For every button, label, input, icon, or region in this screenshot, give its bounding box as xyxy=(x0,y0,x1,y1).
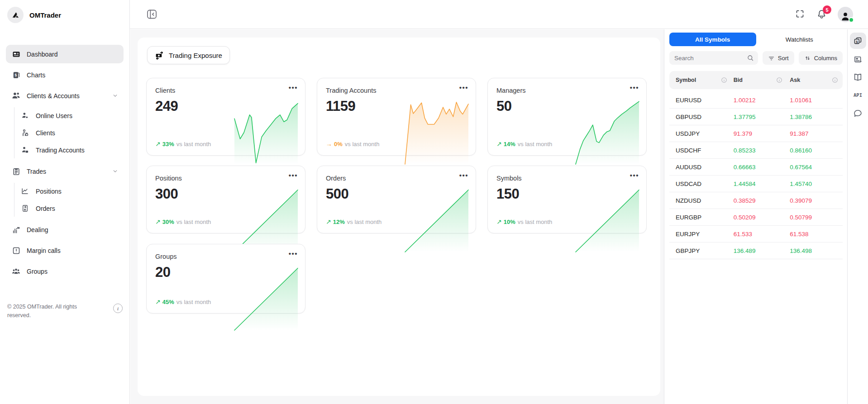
sidebar-item-orders[interactable]: Orders xyxy=(14,200,124,217)
sidebar-item-dealing[interactable]: Dealing xyxy=(6,220,124,239)
tab-watchlists[interactable]: Watchlists xyxy=(756,33,843,46)
book-panel-icon[interactable] xyxy=(850,69,866,85)
info-icon[interactable]: i xyxy=(113,304,123,313)
search-input[interactable] xyxy=(669,51,758,65)
info-icon[interactable] xyxy=(721,77,727,83)
card-trend: ↗45% vs last month xyxy=(155,298,211,305)
sidebar-item-label: Groups xyxy=(27,268,48,275)
card-value: 150 xyxy=(496,186,519,202)
sidebar-item-trading-accounts[interactable]: Trading Accounts xyxy=(14,142,124,158)
tab-all-symbols[interactable]: All Symbols xyxy=(669,33,756,46)
card-trend: ↗14% vs last month xyxy=(496,140,552,147)
card-menu-icon[interactable]: ••• xyxy=(287,170,300,181)
sidebar-item-margin-calls[interactable]: Margin calls xyxy=(6,241,124,260)
card-value: 249 xyxy=(155,98,178,114)
symbol-cell: GBPJPY xyxy=(669,247,734,254)
card-trend: ↗33% vs last month xyxy=(155,140,211,147)
columns-button[interactable]: Columns xyxy=(799,51,843,65)
table-row[interactable]: AUDUSD 0.66663 0.67564 xyxy=(669,159,843,176)
orders-icon xyxy=(20,204,30,213)
online-status-dot xyxy=(849,17,854,23)
sidebar-footer: © 2025 OMTrader. All rights reserved. i xyxy=(7,303,123,320)
positions-icon xyxy=(20,186,30,196)
dashboard-panel: Trading Exposure Clients ••• 249 ↗33% vs… xyxy=(138,38,660,396)
table-row[interactable]: USDCHF 0.85233 0.86160 xyxy=(669,142,843,159)
collapse-sidebar-button[interactable] xyxy=(146,8,158,20)
sidebar-item-positions[interactable]: Positions xyxy=(14,183,124,200)
sort-button[interactable]: Sort xyxy=(763,51,794,65)
symbols-panel-icon[interactable]: $ xyxy=(850,33,866,49)
trading-accounts-icon xyxy=(20,145,30,155)
stat-card-managers: Managers ••• 50 ↗14% vs last month xyxy=(487,78,647,156)
chevron-down-icon xyxy=(112,168,118,174)
card-menu-icon[interactable]: ••• xyxy=(628,82,641,93)
symbol-search xyxy=(669,51,758,65)
table-row[interactable]: EURJPY 61.533 61.538 xyxy=(669,226,843,242)
table-row[interactable]: EURUSD 1.00212 1.01061 xyxy=(669,92,843,109)
symbol-cell: USDCHF xyxy=(669,147,734,154)
column-symbol: Symbol xyxy=(676,77,696,83)
api-panel-icon[interactable]: API xyxy=(850,87,866,103)
online-users-icon xyxy=(20,111,30,120)
clients-accounts-icon xyxy=(11,91,21,100)
symbol-cell: USDCAD xyxy=(669,181,734,187)
svg-text:$: $ xyxy=(856,39,858,43)
trading-exposure-button[interactable]: Trading Exposure xyxy=(147,46,230,64)
bid-cell: 61.533 xyxy=(734,231,790,238)
margin-calls-icon xyxy=(11,246,21,255)
table-row[interactable]: GBPUSD 1.37795 1.38786 xyxy=(669,109,843,125)
ask-cell: 0.67564 xyxy=(790,164,843,171)
sidebar-item-online-users[interactable]: Online Users xyxy=(14,107,124,124)
card-title: Managers xyxy=(496,87,525,94)
card-menu-icon[interactable]: ••• xyxy=(458,170,470,181)
sidebar-item-clients[interactable]: Clients xyxy=(14,124,124,141)
chat-panel-icon[interactable] xyxy=(850,105,866,121)
news-panel-icon[interactable] xyxy=(850,51,866,67)
sidebar-item-label: Clients & Accounts xyxy=(27,92,80,100)
fullscreen-icon[interactable] xyxy=(794,9,805,20)
card-title: Orders xyxy=(326,175,346,182)
user-avatar[interactable] xyxy=(838,7,853,22)
card-menu-icon[interactable]: ••• xyxy=(628,170,641,181)
card-menu-icon[interactable]: ••• xyxy=(458,82,470,93)
sidebar-item-label: Dashboard xyxy=(27,51,58,58)
ask-cell: 91.387 xyxy=(790,130,843,137)
sidebar-item-groups[interactable]: Groups xyxy=(6,262,124,280)
stat-card-symbols: Symbols ••• 150 ↗10% vs last month xyxy=(487,166,647,233)
card-menu-icon[interactable]: ••• xyxy=(287,248,300,259)
table-row[interactable]: GBPJPY 136.489 136.498 xyxy=(669,242,843,259)
app-logo-icon xyxy=(7,7,24,23)
trend-up-icon: ↗ xyxy=(496,218,502,225)
stat-card-clients: Clients ••• 249 ↗33% vs last month xyxy=(146,78,305,156)
sidebar-item-charts[interactable]: $ Charts xyxy=(6,66,124,84)
money-transfer-icon xyxy=(155,51,164,60)
sidebar-item-clients-accounts[interactable]: Clients & Accounts xyxy=(6,86,124,105)
notifications-bell-icon[interactable]: 5 xyxy=(816,9,827,20)
table-row[interactable]: EURGBP 0.50209 0.50799 xyxy=(669,209,843,226)
clients-sparkline xyxy=(234,101,298,164)
table-row[interactable]: USDJPY 91.379 91.387 xyxy=(669,125,843,142)
ask-cell: 0.50799 xyxy=(790,214,843,221)
sidebar-item-trades[interactable]: Trades xyxy=(6,162,124,181)
sidebar-item-label: Online Users xyxy=(36,112,72,119)
symbol-cell: EURJPY xyxy=(669,231,734,238)
sidebar-item-label: Orders xyxy=(36,205,55,212)
symbol-cell: GBPUSD xyxy=(669,114,734,120)
table-row[interactable]: USDCAD 1.44584 1.45740 xyxy=(669,176,843,192)
notification-badge: 5 xyxy=(823,5,831,14)
sidebar-nav: Dashboard $ Charts Clients & Accounts On… xyxy=(0,45,129,283)
symbol-cell: USDJPY xyxy=(669,130,734,137)
trades-subnav: Positions Orders xyxy=(14,183,124,217)
bid-cell: 1.37795 xyxy=(734,114,790,120)
market-watch-panel: All Symbols Watchlists Sort Columns Symb… xyxy=(664,29,847,404)
card-menu-icon[interactable]: ••• xyxy=(287,82,300,93)
info-icon[interactable] xyxy=(776,77,782,83)
app-title: OMTrader xyxy=(29,11,61,19)
sidebar-item-dashboard[interactable]: Dashboard xyxy=(6,45,124,63)
table-row[interactable]: NZDUSD 0.38529 0.39079 xyxy=(669,192,843,209)
info-icon[interactable] xyxy=(832,77,838,83)
symbol-cell: AUDUSD xyxy=(669,164,734,171)
main-content: Trading Exposure Clients ••• 249 ↗33% vs… xyxy=(130,29,664,404)
card-title: Symbols xyxy=(496,175,522,182)
sidebar-item-label: Dealing xyxy=(27,226,48,233)
